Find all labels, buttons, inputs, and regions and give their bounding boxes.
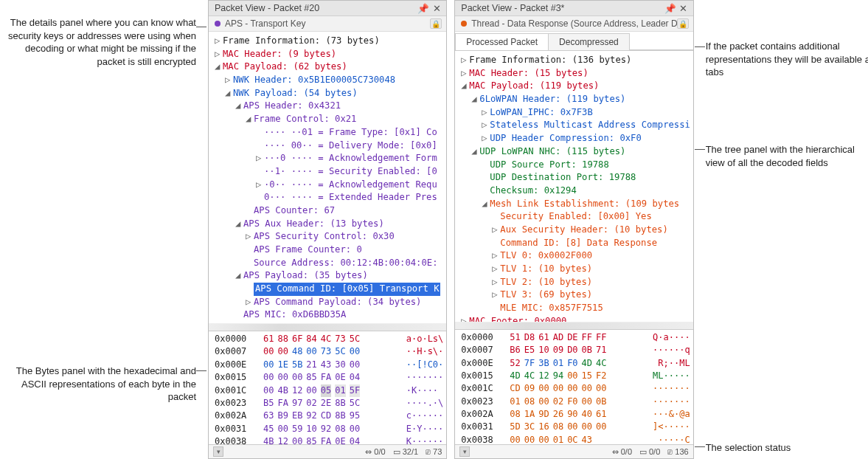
hex-byte[interactable]: 85 xyxy=(306,435,316,444)
hex-byte[interactable]: 63 xyxy=(263,410,274,422)
hex-byte[interactable]: 6F xyxy=(292,333,302,345)
hex-byte[interactable]: 45 xyxy=(263,423,274,435)
tree-panel[interactable]: ▷Frame Information: (136 bytes)▷MAC Head… xyxy=(455,51,692,322)
lock-icon[interactable]: 🔒 xyxy=(677,18,689,29)
hex-byte[interactable]: FA xyxy=(321,435,331,444)
hex-byte[interactable]: 92 xyxy=(306,410,316,422)
hex-byte[interactable]: 00 xyxy=(524,434,535,444)
hex-byte[interactable]: 8B xyxy=(335,410,345,422)
expand-right-icon[interactable]: ▷ xyxy=(215,35,223,48)
tree-row[interactable]: ·0··· ···· = Extended Header Pres xyxy=(212,191,446,204)
hex-byte[interactable]: EB xyxy=(292,410,302,422)
hex-byte[interactable]: 00 xyxy=(596,382,606,395)
expand-right-icon[interactable]: ▷ xyxy=(492,249,500,263)
hex-byte[interactable]: 40 xyxy=(582,408,592,421)
hex-byte[interactable]: 48 xyxy=(292,345,302,358)
hex-byte[interactable]: 00 xyxy=(306,345,316,358)
tree-row[interactable]: ▷MAC Header: (9 bytes) xyxy=(212,48,446,61)
tree-row[interactable]: ·Source Address: 00:12:4B:00:04:0E: xyxy=(212,257,446,270)
hex-byte[interactable]: 01 xyxy=(510,396,520,408)
hex-byte[interactable]: DE xyxy=(567,331,577,344)
hex-byte[interactable]: 90 xyxy=(567,408,577,421)
expand-down-icon[interactable]: ◢ xyxy=(235,269,243,283)
tree-row[interactable]: ·APS Counter: 67 xyxy=(212,204,446,218)
hex-byte[interactable]: F0 xyxy=(567,357,577,370)
status-menu-button[interactable]: ▾ xyxy=(213,446,223,457)
hex-byte[interactable]: 09 xyxy=(553,344,563,356)
hex-row[interactable]: 0x002A081A9D26904061···&·@a xyxy=(461,408,690,421)
hex-byte[interactable]: 00 xyxy=(582,396,592,408)
tree-row[interactable]: ▷MAC Footer: 0x0000 xyxy=(458,315,692,322)
hex-byte[interactable]: 08 xyxy=(510,408,520,421)
hex-byte[interactable]: 00 xyxy=(582,382,592,395)
tree-row[interactable]: ····· 00·· = Delivery Mode: [0x0] xyxy=(212,139,446,153)
hex-byte[interactable]: 73 xyxy=(321,345,331,358)
expand-down-icon[interactable]: ◢ xyxy=(225,87,233,100)
expand-right-icon[interactable]: ▷ xyxy=(492,224,500,237)
hex-byte[interactable]: 71 xyxy=(596,344,606,356)
tree-row[interactable]: ·UDP Destination Port: 19788 xyxy=(458,171,692,184)
tree-row[interactable]: ···1· ···· = Security Enabled: [0 xyxy=(212,165,446,179)
tree-row[interactable]: ▷APS Command Payload: (34 bytes) xyxy=(212,296,446,309)
hex-byte[interactable]: 00 xyxy=(538,396,549,408)
tree-row[interactable]: ◢NWK Payload: (54 bytes) xyxy=(212,87,446,100)
hex-byte[interactable]: 02 xyxy=(306,397,316,410)
hex-byte[interactable]: 04 xyxy=(350,435,360,444)
hex-byte[interactable]: 61 xyxy=(263,333,274,345)
hex-byte[interactable]: 00 xyxy=(263,384,274,397)
tree-panel[interactable]: ▷Frame Information: (73 bytes)▷MAC Heade… xyxy=(209,32,446,323)
tree-row[interactable]: ▷·0·· ···· = Acknowledgement Requ xyxy=(212,179,446,192)
tree-row[interactable]: ▷TLV 1: (10 bytes) xyxy=(458,263,692,276)
hex-byte[interactable]: 1E xyxy=(277,359,288,371)
pin-icon[interactable]: 📌 xyxy=(665,3,676,13)
expand-right-icon[interactable]: ▷ xyxy=(461,67,469,80)
hex-byte[interactable]: 12 xyxy=(538,370,549,382)
hex-byte[interactable]: 0C xyxy=(567,434,577,444)
expand-right-icon[interactable]: ▷ xyxy=(492,276,500,289)
hex-byte[interactable]: 01 xyxy=(335,384,345,397)
hex-byte[interactable]: 12 xyxy=(277,435,288,444)
tree-row[interactable]: ▷UDP Header Compression: 0xF0 xyxy=(458,132,692,145)
tree-row[interactable]: ◢MAC Payload: (119 bytes) xyxy=(458,80,692,93)
hex-byte[interactable]: 3B xyxy=(538,357,549,370)
expand-right-icon[interactable]: ▷ xyxy=(461,54,469,67)
hex-byte[interactable] xyxy=(596,434,606,444)
tree-row[interactable]: ◢APS Aux Header: (13 bytes) xyxy=(212,218,446,231)
hex-row[interactable]: 0x001C004B120005015F·K···· xyxy=(215,384,443,397)
hex-byte[interactable]: 5F xyxy=(350,384,360,397)
horizontal-scrollbar[interactable] xyxy=(209,323,446,331)
hex-byte[interactable]: E5 xyxy=(524,344,535,356)
hex-byte[interactable]: 09 xyxy=(524,382,535,395)
hex-byte[interactable]: 00 xyxy=(277,423,288,435)
tree-row[interactable]: ▷TLV 2: (10 bytes) xyxy=(458,276,692,289)
tree-row[interactable]: ·APS Command ID: [0x05] Transport K xyxy=(212,283,446,296)
hex-row[interactable]: 0x00315D3C1608000000]<····· xyxy=(461,421,690,433)
horizontal-scrollbar[interactable] xyxy=(455,322,692,329)
hex-byte[interactable]: D8 xyxy=(524,331,535,344)
hex-byte[interactable]: CD xyxy=(510,382,520,395)
expand-right-icon[interactable]: ▷ xyxy=(246,230,254,244)
tree-row[interactable]: ····· ··01 = Frame Type: [0x1] Co xyxy=(212,126,446,139)
tab-decompressed[interactable]: Decompressed xyxy=(548,33,630,50)
hex-byte[interactable]: B9 xyxy=(277,410,288,422)
hex-row[interactable]: 0x0023B5FA97022E8B5C····.·\ xyxy=(215,397,443,410)
hex-byte[interactable]: 4B xyxy=(277,384,288,397)
tree-row[interactable]: ◢Frame Control: 0x21 xyxy=(212,113,446,126)
hex-byte[interactable]: 15 xyxy=(582,370,592,382)
hex-byte[interactable]: 95 xyxy=(350,410,360,422)
hex-byte[interactable]: 00 xyxy=(306,384,316,397)
tree-row[interactable]: ◢APS Payload: (35 bytes) xyxy=(212,269,446,283)
hex-row[interactable]: 0x000E001E5B21433000··[!C0· xyxy=(215,359,443,371)
hex-byte[interactable]: 21 xyxy=(306,359,316,371)
expand-down-icon[interactable]: ◢ xyxy=(235,218,243,231)
tree-row[interactable]: ◢APS Header: 0x4321 xyxy=(212,100,446,113)
hex-byte[interactable]: 51 xyxy=(510,331,520,344)
bytes-panel[interactable]: 0x000061886F844C735Ca·o·Ls\0x00070000480… xyxy=(209,331,446,444)
expand-down-icon[interactable]: ◢ xyxy=(215,61,223,74)
hex-byte[interactable]: 5D xyxy=(510,421,520,433)
hex-byte[interactable]: 30 xyxy=(335,359,345,371)
expand-right-icon[interactable]: ▷ xyxy=(482,132,490,145)
tree-row[interactable]: ◢Mesh Link Establishment: (109 bytes xyxy=(458,198,692,211)
hex-byte[interactable]: 00 xyxy=(582,421,592,433)
hex-row[interactable]: 0x001CCD090000000000······· xyxy=(461,382,690,395)
